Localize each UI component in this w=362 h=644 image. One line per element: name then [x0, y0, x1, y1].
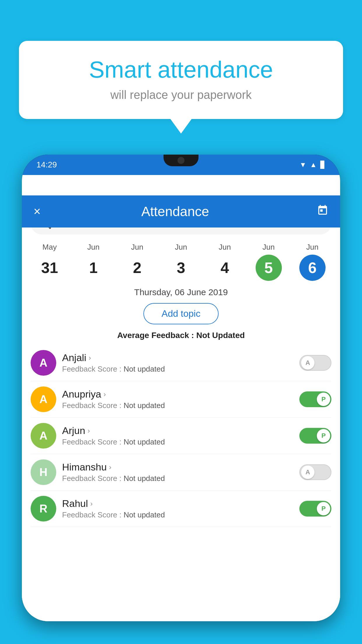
cal-day-2[interactable]: Jun2 — [120, 243, 155, 281]
phone-frame: 14:29 ▼ ▲ ▊ × Attendance — [22, 155, 340, 621]
student-info: Arjun ›Feedback Score : Not updated — [62, 425, 294, 447]
chevron-icon: › — [103, 390, 106, 398]
app-bar: × Attendance — [22, 195, 340, 228]
calendar-icon[interactable] — [317, 204, 328, 219]
cal-day-0[interactable]: May31 — [32, 243, 67, 281]
cal-date-number: 4 — [212, 255, 238, 281]
cal-month-label: Jun — [87, 243, 99, 252]
calendar-row: May31Jun1Jun2Jun3Jun4Jun5Jun6 — [22, 240, 340, 284]
screen-content: 🔍 Search May31Jun1Jun2Jun3Jun4Jun5Jun6 T… — [22, 207, 340, 621]
attendance-toggle[interactable]: A — [299, 464, 331, 480]
feedback-value: Not updated — [124, 438, 165, 446]
bubble-subtitle: will replace your paperwork — [36, 88, 326, 102]
status-time: 14:29 — [36, 160, 57, 169]
student-info: Rahul ›Feedback Score : Not updated — [62, 498, 294, 519]
student-feedback: Feedback Score : Not updated — [62, 474, 294, 483]
student-avatar: A — [31, 350, 56, 376]
chevron-icon: › — [90, 500, 93, 508]
cal-date-number: 5 — [256, 255, 282, 281]
cal-month-label: Jun — [306, 243, 319, 252]
cal-date-number: 1 — [80, 255, 106, 281]
feedback-value: Not updated — [124, 474, 165, 483]
feedback-value: Not updated — [124, 510, 165, 519]
cal-day-5[interactable]: Jun5 — [251, 243, 286, 281]
bubble-title: Smart attendance — [36, 57, 326, 83]
attendance-toggle[interactable]: P — [299, 391, 331, 407]
toggle-knob: P — [317, 429, 330, 442]
battery-icon: ▊ — [320, 161, 326, 169]
student-avatar: A — [31, 423, 56, 449]
student-info: Himanshu ›Feedback Score : Not updated — [62, 461, 294, 483]
student-name: Rahul › — [62, 498, 294, 509]
cal-month-label: Jun — [219, 243, 231, 252]
signal-icon: ▲ — [310, 161, 317, 169]
notch — [164, 155, 198, 166]
student-name: Anupriya › — [62, 388, 294, 400]
cal-date-number: 2 — [124, 255, 150, 281]
cal-date-number: 3 — [168, 255, 194, 281]
cal-day-1[interactable]: Jun1 — [76, 243, 111, 281]
average-feedback: Average Feedback : Not Updated — [22, 328, 340, 345]
chevron-icon: › — [87, 427, 90, 435]
cal-month-label: May — [43, 243, 57, 252]
cal-month-label: Jun — [175, 243, 187, 252]
chevron-icon: › — [109, 463, 111, 471]
avg-feedback-label: Average Feedback : — [117, 331, 196, 340]
toggle-knob: A — [301, 466, 314, 479]
student-avatar: R — [31, 496, 56, 522]
app-bar-title: Attendance — [51, 204, 299, 219]
close-button[interactable]: × — [34, 204, 51, 218]
camera-notch — [178, 157, 184, 164]
student-list: AAnjali ›Feedback Score : Not updatedAAA… — [22, 345, 340, 527]
phone-container: 14:29 ▼ ▲ ▊ × Attendance — [22, 155, 340, 621]
attendance-toggle[interactable]: A — [299, 355, 331, 371]
add-topic-button[interactable]: Add topic — [143, 303, 218, 324]
student-name: Himanshu › — [62, 461, 294, 473]
student-item[interactable]: RRahul ›Feedback Score : Not updatedP — [31, 491, 331, 527]
student-feedback: Feedback Score : Not updated — [62, 438, 294, 447]
toggle-knob: A — [301, 356, 314, 370]
feedback-value: Not updated — [124, 401, 165, 410]
cal-day-4[interactable]: Jun4 — [207, 243, 242, 281]
cal-day-6[interactable]: Jun6 — [295, 243, 330, 281]
student-item[interactable]: AAnupriya ›Feedback Score : Not updatedP — [31, 381, 331, 418]
phone-screen: × Attendance 🔍 Search May — [22, 175, 340, 621]
chevron-icon: › — [89, 354, 91, 362]
cal-date-number: 31 — [36, 255, 63, 281]
student-item[interactable]: AArjun ›Feedback Score : Not updatedP — [31, 418, 331, 454]
student-feedback: Feedback Score : Not updated — [62, 510, 294, 519]
attendance-toggle[interactable]: P — [299, 428, 331, 444]
cal-date-number: 6 — [299, 255, 326, 281]
student-name: Anjali › — [62, 352, 294, 363]
cal-month-label: Jun — [263, 243, 275, 252]
student-info: Anupriya ›Feedback Score : Not updated — [62, 388, 294, 410]
student-item[interactable]: AAnjali ›Feedback Score : Not updatedA — [31, 345, 331, 381]
attendance-toggle[interactable]: P — [299, 501, 331, 517]
avg-feedback-value: Not Updated — [196, 331, 245, 340]
student-avatar: H — [31, 459, 56, 485]
student-feedback: Feedback Score : Not updated — [62, 401, 294, 410]
wifi-icon: ▼ — [299, 161, 306, 169]
selected-date-label: Thursday, 06 June 2019 — [22, 284, 340, 300]
speech-bubble-container: Smart attendance will replace your paper… — [19, 41, 343, 119]
cal-day-3[interactable]: Jun3 — [164, 243, 198, 281]
status-icons: ▼ ▲ ▊ — [299, 161, 326, 169]
toggle-knob: P — [317, 393, 330, 406]
student-item[interactable]: HHimanshu ›Feedback Score : Not updatedA — [31, 454, 331, 491]
student-avatar: A — [31, 386, 56, 412]
status-bar: 14:29 ▼ ▲ ▊ — [22, 155, 340, 175]
feedback-value: Not updated — [124, 365, 165, 373]
speech-bubble: Smart attendance will replace your paper… — [19, 41, 343, 119]
student-info: Anjali ›Feedback Score : Not updated — [62, 352, 294, 374]
toggle-knob: P — [317, 502, 330, 515]
cal-month-label: Jun — [131, 243, 143, 252]
student-name: Arjun › — [62, 425, 294, 436]
student-feedback: Feedback Score : Not updated — [62, 365, 294, 374]
